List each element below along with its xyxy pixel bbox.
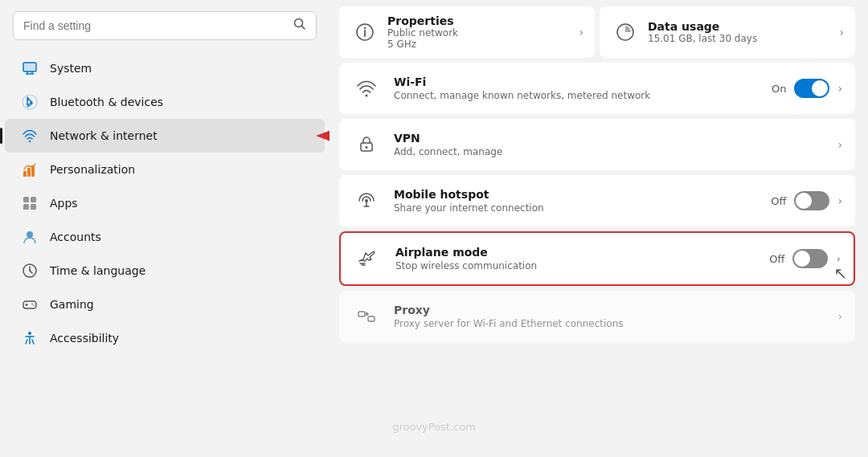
wifi-subtitle: Connect, manage known networks, metered … bbox=[394, 90, 759, 101]
sidebar-nav: System Bluetooth & devices bbox=[0, 51, 330, 355]
info-icon bbox=[350, 18, 379, 47]
time-icon bbox=[21, 262, 39, 280]
search-input[interactable] bbox=[23, 19, 287, 32]
hotspot-control: Off › bbox=[771, 191, 842, 210]
svg-rect-14 bbox=[31, 197, 36, 202]
hotspot-title: Mobile hotspot bbox=[394, 188, 758, 201]
airplane-control: Off › ↖ bbox=[769, 249, 841, 268]
wifi-chevron: › bbox=[837, 82, 842, 95]
wifi-title: Wi-Fi bbox=[394, 75, 759, 88]
sidebar-item-bluetooth[interactable]: Bluetooth & devices bbox=[5, 85, 325, 119]
svg-line-1 bbox=[302, 27, 305, 30]
properties-card[interactable]: Properties Public network 5 GHz › bbox=[339, 6, 595, 58]
hotspot-subtitle: Share your internet connection bbox=[394, 202, 758, 214]
sidebar-item-apps[interactable]: Apps bbox=[5, 186, 325, 220]
sidebar-item-accessibility-label: Accessibility bbox=[50, 332, 119, 345]
proxy-card[interactable]: Proxy Proxy server for Wi-Fi and Etherne… bbox=[339, 291, 855, 342]
sidebar-item-time[interactable]: Time & language bbox=[5, 254, 325, 288]
accessibility-icon bbox=[21, 329, 39, 347]
vpn-chevron: › bbox=[837, 138, 842, 151]
proxy-chevron: › bbox=[837, 310, 842, 323]
airplane-content: Airplane mode Stop wireless communicatio… bbox=[395, 246, 756, 271]
hotspot-icon bbox=[352, 186, 381, 215]
svg-point-7 bbox=[23, 95, 37, 109]
personalization-icon bbox=[21, 161, 39, 178]
gaming-icon bbox=[21, 296, 39, 313]
hotspot-card[interactable]: Mobile hotspot Share your internet conne… bbox=[339, 175, 855, 226]
airplane-card[interactable]: Airplane mode Stop wireless communicatio… bbox=[339, 231, 855, 286]
svg-point-32 bbox=[366, 146, 368, 149]
vpn-control: › bbox=[837, 138, 842, 151]
data-usage-title: Data usage bbox=[648, 20, 831, 33]
svg-rect-36 bbox=[368, 316, 375, 321]
svg-point-28 bbox=[364, 27, 366, 29]
sidebar-item-personalization[interactable]: Personalization bbox=[5, 153, 325, 186]
svg-rect-13 bbox=[23, 197, 29, 202]
vpn-icon bbox=[352, 130, 381, 159]
data-usage-subtitle: 15.01 GB, last 30 days bbox=[648, 33, 831, 44]
search-box[interactable] bbox=[13, 11, 317, 40]
sidebar-item-system[interactable]: System bbox=[5, 51, 325, 85]
svg-point-19 bbox=[29, 270, 31, 271]
properties-title: Properties bbox=[387, 14, 571, 27]
svg-point-24 bbox=[33, 304, 35, 306]
bluetooth-icon bbox=[21, 93, 39, 111]
vpn-title: VPN bbox=[394, 132, 825, 145]
data-usage-card[interactable]: Data usage 15.01 GB, last 30 days › bbox=[600, 6, 855, 58]
monitor-icon bbox=[21, 59, 39, 77]
svg-rect-35 bbox=[358, 312, 365, 316]
wifi-toggle[interactable] bbox=[794, 79, 829, 98]
chart-icon bbox=[611, 18, 640, 47]
wifi-icon bbox=[352, 74, 381, 103]
wifi-card[interactable]: Wi-Fi Connect, manage known networks, me… bbox=[339, 63, 855, 114]
hotspot-toggle-thumb bbox=[796, 193, 812, 209]
arrow-annotation bbox=[313, 124, 330, 148]
main-content: Properties Public network 5 GHz › Data u… bbox=[330, 0, 868, 457]
hotspot-toggle-label: Off bbox=[771, 195, 786, 207]
sidebar-item-accounts-label: Accounts bbox=[50, 231, 101, 243]
sidebar-item-time-label: Time & language bbox=[50, 264, 145, 277]
sidebar-item-network[interactable]: Network & internet bbox=[5, 119, 325, 153]
svg-rect-15 bbox=[23, 204, 29, 210]
hotspot-content: Mobile hotspot Share your internet conne… bbox=[394, 188, 758, 214]
sidebar-item-apps-label: Apps bbox=[50, 197, 78, 210]
airplane-chevron: › bbox=[836, 252, 841, 265]
wifi-toggle-thumb bbox=[812, 80, 828, 96]
apps-icon bbox=[21, 194, 39, 212]
proxy-title: Proxy bbox=[394, 304, 825, 316]
svg-rect-3 bbox=[23, 63, 36, 71]
search-icon bbox=[293, 18, 306, 34]
svg-point-17 bbox=[27, 231, 33, 238]
properties-subtitle1: Public network bbox=[387, 27, 571, 39]
watermark: groovyPost.com bbox=[392, 421, 476, 433]
svg-point-25 bbox=[28, 332, 31, 335]
hotspot-chevron: › bbox=[837, 194, 842, 207]
accounts-icon bbox=[21, 228, 39, 246]
airplane-toggle[interactable] bbox=[792, 249, 828, 268]
svg-rect-10 bbox=[23, 171, 27, 177]
sidebar-item-gaming[interactable]: Gaming bbox=[5, 288, 325, 321]
properties-chevron: › bbox=[579, 26, 583, 39]
airplane-toggle-thumb bbox=[794, 251, 810, 267]
sidebar-item-accounts[interactable]: Accounts bbox=[5, 220, 325, 254]
airplane-icon bbox=[354, 244, 383, 273]
wifi-content: Wi-Fi Connect, manage known networks, me… bbox=[394, 75, 759, 101]
data-usage-content: Data usage 15.01 GB, last 30 days bbox=[648, 20, 831, 44]
airplane-subtitle: Stop wireless communication bbox=[395, 260, 756, 271]
airplane-toggle-label: Off bbox=[769, 253, 784, 265]
vpn-card[interactable]: VPN Add, connect, manage › bbox=[339, 119, 855, 170]
vpn-content: VPN Add, connect, manage bbox=[394, 132, 825, 157]
network-icon bbox=[21, 127, 39, 145]
proxy-control: › bbox=[837, 310, 842, 323]
sidebar-item-network-label: Network & internet bbox=[50, 129, 158, 142]
hotspot-toggle[interactable] bbox=[794, 191, 829, 210]
proxy-content: Proxy Proxy server for Wi-Fi and Etherne… bbox=[394, 304, 825, 329]
sidebar-item-accessibility[interactable]: Accessibility bbox=[5, 321, 325, 355]
sidebar: System Bluetooth & devices bbox=[0, 0, 330, 457]
wifi-toggle-label: On bbox=[772, 83, 786, 95]
sidebar-item-bluetooth-label: Bluetooth & devices bbox=[50, 96, 163, 108]
top-cards-row: Properties Public network 5 GHz › Data u… bbox=[339, 6, 855, 58]
properties-content: Properties Public network 5 GHz bbox=[387, 14, 571, 50]
svg-rect-11 bbox=[27, 168, 31, 177]
sidebar-item-personalization-label: Personalization bbox=[50, 163, 135, 176]
